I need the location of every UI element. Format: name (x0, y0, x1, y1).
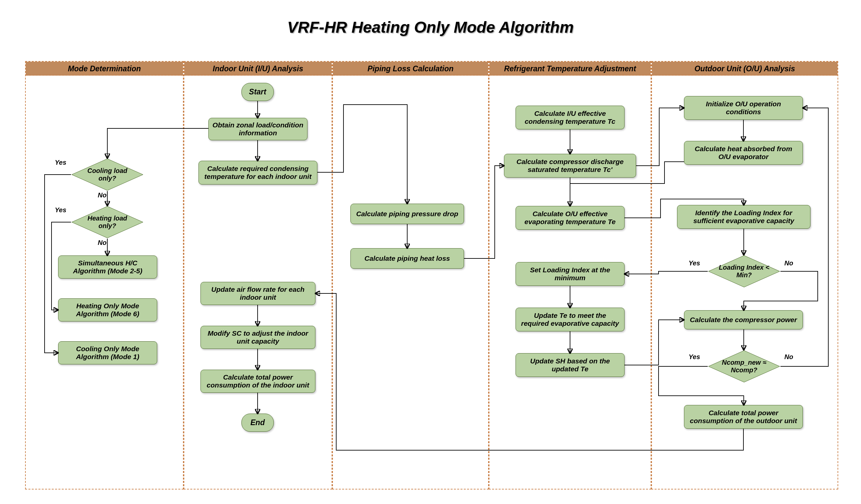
label-cooling-no: No (98, 192, 107, 199)
process-heat-abs: Calculate heat absorbed from O/U evapora… (684, 141, 803, 165)
process-simul-hc: Simultaneous H/C Algorithm (Mode 2-5) (58, 255, 157, 279)
process-calc-tcp: Calculate compressor discharge saturated… (504, 154, 636, 178)
end-terminator: End (242, 414, 274, 432)
decision-limin: Loading Index < Min? (708, 255, 780, 288)
start-terminator: Start (242, 83, 274, 101)
process-calc-comp: Calculate the compressor power (684, 310, 803, 330)
label-limin-no: No (784, 260, 793, 267)
lane-header-piping: Piping Loss Calculation (333, 62, 488, 75)
process-identify-li: Identify the Loading Index for sufficien… (677, 205, 810, 229)
process-update-sh: Update SH based on the updated Te (516, 353, 625, 377)
decision-ncomp: Ncomp_new ≈ Ncomp? (708, 350, 780, 383)
lane-piping: Piping Loss Calculation (332, 61, 489, 489)
lane-header-mode: Mode Determination (26, 62, 183, 75)
label-cooling-yes: Yes (55, 159, 66, 166)
process-heating-only: Heating Only Mode Algorithm (Mode 6) (58, 298, 157, 321)
process-piping-drop: Calculate piping pressure drop (351, 204, 464, 224)
label-limin-yes: Yes (688, 260, 700, 267)
decision-cooling: Cooling load only? (71, 158, 144, 191)
process-set-li: Set Loading Index at the minimum (516, 262, 625, 286)
decision-heating: Heating load only? (71, 206, 144, 239)
decision-limin-label: Loading Index < Min? (718, 260, 770, 283)
label-heating-yes: Yes (55, 206, 66, 214)
process-update-airflow: Update air flow rate for each indoor uni… (201, 282, 315, 305)
lane-header-rta: Refrigerant Temperature Adjustment (490, 62, 651, 75)
label-ncomp-no: No (784, 353, 793, 361)
lane-header-ou: Outdoor Unit (O/U) Analysis (652, 62, 837, 75)
process-cooling-only: Cooling Only Mode Algorithm (Mode 1) (58, 341, 157, 364)
decision-heating-label: Heating load only? (81, 211, 134, 234)
process-obtain-zonal: Obtain zonal load/condition information (208, 118, 308, 140)
label-ncomp-yes: Yes (688, 353, 700, 361)
label-heating-no: No (98, 239, 107, 247)
page-title: VRF-HR Heating Only Mode Algorithm (0, 0, 861, 36)
process-calc-te: Calculate O/U effective evaporating temp… (516, 206, 625, 230)
process-ou-power: Calculate total power consumption of the… (684, 405, 803, 429)
process-update-te: Update Te to meet the required evaporati… (516, 308, 625, 331)
process-init-ou: Initialize O/U operation conditions (684, 96, 803, 120)
lane-header-iu: Indoor Unit (I/U) Analysis (184, 62, 331, 75)
process-calc-cond-iu: Calculate required condensing temperatur… (199, 161, 317, 184)
decision-ncomp-label: Ncomp_new ≈ Ncomp? (718, 355, 770, 378)
decision-cooling-label: Cooling load only? (81, 163, 134, 186)
process-iu-power: Calculate total power consumption of the… (201, 370, 315, 393)
process-modify-sc: Modify SC to adjust the indoor unit capa… (201, 326, 315, 349)
process-piping-heat: Calculate piping heat loss (351, 248, 464, 269)
process-calc-tc: Calculate I/U effective condensing tempe… (516, 106, 625, 129)
